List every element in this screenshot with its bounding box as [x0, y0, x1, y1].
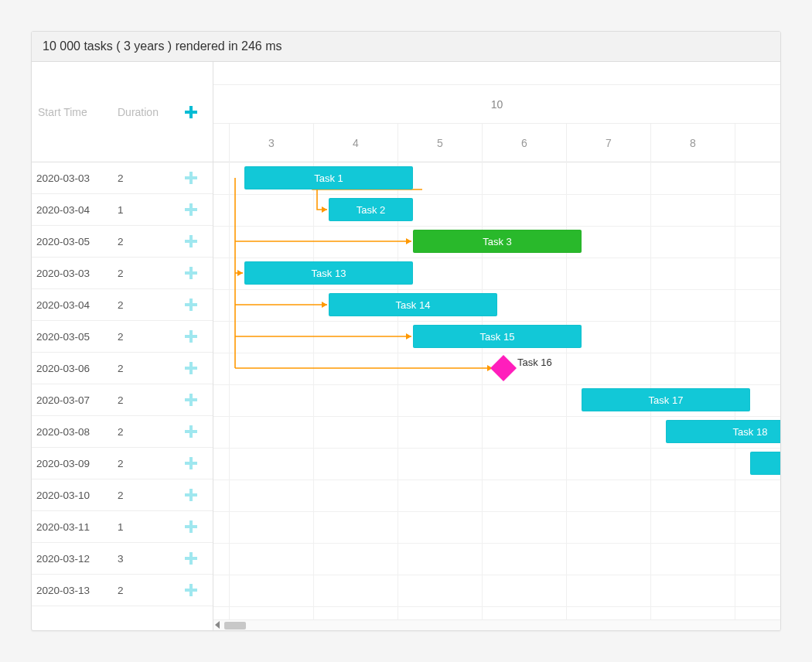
- add-row-icon[interactable]: [185, 425, 197, 438]
- col-header-add: [179, 106, 203, 118]
- table-row[interactable]: 2020-03-111: [32, 511, 213, 543]
- table-row[interactable]: 2020-03-102: [32, 479, 213, 511]
- table-row[interactable]: 2020-03-082: [32, 416, 213, 448]
- cell-start: 2020-03-05: [36, 331, 118, 343]
- svg-marker-1: [406, 238, 411, 244]
- add-row-icon[interactable]: [185, 520, 197, 533]
- cell-start: 2020-03-11: [36, 521, 118, 533]
- cell-start: 2020-03-04: [36, 299, 118, 311]
- cell-start: 2020-03-13: [36, 585, 118, 596]
- gantt-panel: 10 000 tasks ( 3 years ) rendered in 246…: [31, 31, 781, 631]
- svg-marker-4: [406, 333, 411, 340]
- add-row-icon[interactable]: [185, 489, 197, 501]
- scroll-left-icon[interactable]: [215, 621, 220, 629]
- timeline-tick: 5: [397, 124, 482, 162]
- cell-duration: 2: [118, 426, 179, 438]
- table-row[interactable]: 2020-03-042: [32, 289, 213, 321]
- cell-start: 2020-03-12: [36, 553, 118, 565]
- cell-start: 2020-03-05: [36, 236, 118, 247]
- add-row-icon[interactable]: [185, 552, 197, 565]
- gantt-bar[interactable]: Task 18: [666, 420, 780, 443]
- cell-start: 2020-03-03: [36, 268, 118, 279]
- cell-duration: 2: [118, 490, 179, 501]
- svg-marker-2: [237, 270, 243, 276]
- cell-duration: 2: [118, 268, 179, 279]
- svg-marker-3: [322, 302, 327, 308]
- gantt-body: Start Time Duration 2020-03-0322020-03-0…: [32, 62, 780, 630]
- add-row-icon[interactable]: [185, 299, 197, 311]
- add-row-icon[interactable]: [185, 235, 197, 247]
- table-row[interactable]: 2020-03-041: [32, 194, 213, 226]
- grid-header: Start Time Duration: [32, 62, 213, 162]
- cell-start: 2020-03-03: [36, 172, 118, 184]
- table-row[interactable]: 2020-03-092: [32, 448, 213, 479]
- cell-duration: 2: [118, 363, 179, 374]
- cell-start: 2020-03-06: [36, 363, 118, 374]
- svg-marker-0: [322, 206, 327, 213]
- cell-duration: 2: [118, 394, 179, 406]
- cell-duration: 2: [118, 236, 179, 247]
- table-row[interactable]: 2020-03-052: [32, 226, 213, 258]
- add-column-icon[interactable]: [185, 106, 197, 118]
- cell-duration: 1: [118, 204, 179, 216]
- gantt-bar[interactable]: Task 3: [413, 230, 582, 253]
- add-row-icon[interactable]: [185, 172, 197, 184]
- timeline-tick: 6: [482, 124, 566, 162]
- gantt-chart[interactable]: Task 1Task 2Task 3Task 13Task 14Task 15T…: [213, 162, 780, 619]
- gantt-bar[interactable]: Task 2: [329, 198, 413, 221]
- cell-start: 2020-03-07: [36, 394, 118, 406]
- timeline-pane: 10 345678 Task 1Task 2Task 3Task 13Task …: [213, 62, 780, 630]
- add-row-icon[interactable]: [185, 394, 197, 406]
- add-row-icon[interactable]: [185, 203, 197, 216]
- cell-start: 2020-03-10: [36, 490, 118, 501]
- timeline-tick: 3: [229, 124, 313, 162]
- cell-duration: 2: [118, 585, 179, 596]
- gantt-bar[interactable]: Task 13: [244, 261, 413, 285]
- table-row[interactable]: 2020-03-032: [32, 258, 213, 289]
- table-row[interactable]: 2020-03-123: [32, 543, 213, 575]
- timeline-tick: 4: [313, 124, 397, 162]
- cell-duration: 2: [118, 299, 179, 311]
- col-header-duration[interactable]: Duration: [118, 106, 179, 118]
- timeline-header: 10 345678: [213, 62, 780, 162]
- gantt-bar[interactable]: Task 1: [244, 166, 413, 189]
- cell-duration: 1: [118, 521, 179, 533]
- cell-start: 2020-03-08: [36, 426, 118, 438]
- gantt-bar[interactable]: Task 17: [582, 388, 750, 411]
- col-header-start[interactable]: Start Time: [36, 106, 118, 118]
- panel-title: 10 000 tasks ( 3 years ) rendered in 246…: [32, 32, 780, 62]
- table-row[interactable]: 2020-03-052: [32, 321, 213, 353]
- milestone-label: Task 16: [517, 357, 552, 368]
- add-row-icon[interactable]: [185, 267, 197, 279]
- cell-duration: 2: [118, 458, 179, 469]
- scroll-thumb[interactable]: [224, 622, 246, 630]
- table-row[interactable]: 2020-03-072: [32, 384, 213, 416]
- timeline-group-label: 10: [213, 85, 780, 124]
- table-row[interactable]: 2020-03-062: [32, 353, 213, 384]
- add-row-icon[interactable]: [185, 362, 197, 374]
- grid-rows: 2020-03-0322020-03-0412020-03-0522020-03…: [32, 162, 213, 630]
- gantt-bar[interactable]: Task 14: [329, 293, 497, 316]
- cell-start: 2020-03-04: [36, 204, 118, 216]
- add-row-icon[interactable]: [185, 457, 197, 469]
- add-row-icon[interactable]: [185, 584, 197, 596]
- cell-duration: 2: [118, 331, 179, 343]
- timeline-ticks: 345678: [213, 124, 780, 162]
- grid-pane: Start Time Duration 2020-03-0322020-03-0…: [32, 62, 213, 630]
- cell-duration: 3: [118, 553, 179, 565]
- gantt-bar[interactable]: [750, 452, 780, 475]
- table-row[interactable]: 2020-03-032: [32, 162, 213, 194]
- gantt-bar[interactable]: Task 15: [413, 325, 582, 348]
- cell-duration: 2: [118, 172, 179, 184]
- table-row[interactable]: 2020-03-132: [32, 575, 213, 606]
- cell-start: 2020-03-09: [36, 458, 118, 469]
- add-row-icon[interactable]: [185, 330, 197, 343]
- timeline-tick: 7: [566, 124, 650, 162]
- horizontal-scrollbar[interactable]: [213, 619, 780, 630]
- timeline-tick: 8: [650, 124, 735, 162]
